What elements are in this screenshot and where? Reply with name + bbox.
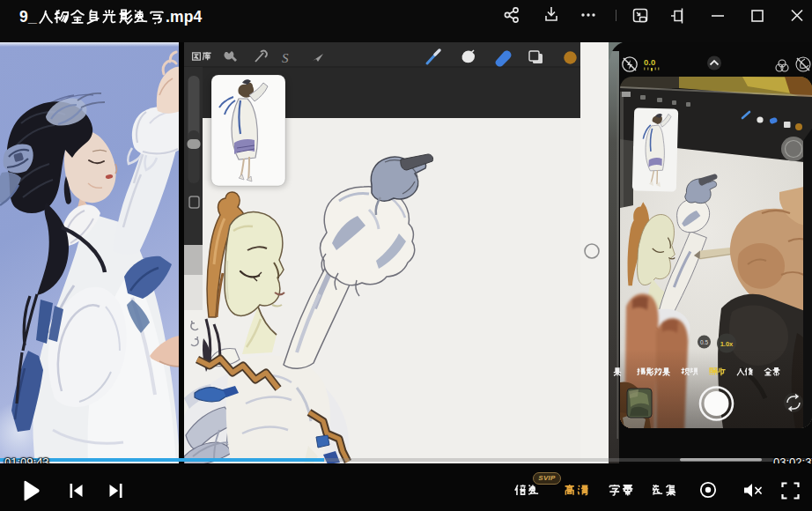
svg-text:0.0: 0.0	[644, 57, 655, 67]
svg-text:0.5: 0.5	[700, 339, 708, 345]
svg-text:1.0x: 1.0x	[720, 340, 734, 348]
svg-text:S: S	[282, 51, 289, 65]
